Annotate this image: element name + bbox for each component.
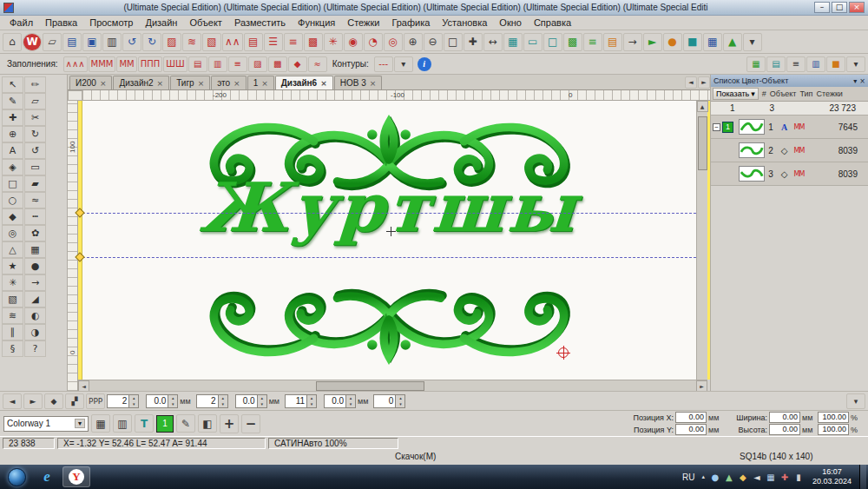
stitch-player-icon[interactable]: ► xyxy=(643,33,662,51)
hoop-icon[interactable]: □ xyxy=(543,33,562,51)
document-tab[interactable]: НОВ 3 × xyxy=(334,76,383,89)
colorway-select[interactable]: Colorway 1 ▾ xyxy=(3,416,89,432)
palette-editor-icon[interactable]: ▦ xyxy=(91,414,110,433)
undo-icon[interactable]: ↺ xyxy=(122,33,141,51)
scale-value[interactable]: 100.00 xyxy=(818,412,849,423)
product-visualizer-icon[interactable]: T xyxy=(135,414,154,433)
menu-item[interactable]: Просмотр xyxy=(83,16,139,30)
toolbar-options-icon[interactable]: ▾ xyxy=(743,33,762,51)
diamond-tool-icon[interactable]: ◆ xyxy=(2,208,23,225)
spinner[interactable]: ▴ ▾ xyxy=(129,394,139,408)
panel-pin-icon[interactable]: ▾ xyxy=(853,77,857,85)
expander-icon[interactable]: − xyxy=(713,123,720,131)
defender-tray-icon[interactable]: ▲ xyxy=(723,472,735,482)
applique-tool-icon[interactable]: ▧ xyxy=(2,291,23,307)
document-tab[interactable]: Дизайн2 × xyxy=(113,76,169,89)
export-icon[interactable]: ▲ xyxy=(723,33,742,51)
menu-item[interactable]: Файл xyxy=(3,16,39,30)
close-button[interactable]: × xyxy=(849,2,865,13)
document-tab[interactable]: Дизайн6 × xyxy=(275,76,333,89)
menu-item[interactable]: Дизайн xyxy=(139,16,183,30)
fill-program-icon[interactable]: ΠΠΠ xyxy=(138,56,163,72)
pan-icon[interactable]: ✚ xyxy=(464,33,483,51)
document-tab[interactable]: И200 × xyxy=(69,76,112,89)
current-color-swatch[interactable]: 1 xyxy=(156,415,174,433)
palette-grid-icon[interactable]: ▦ xyxy=(703,33,722,51)
spinner[interactable]: ▴ ▾ xyxy=(219,394,228,408)
menu-item[interactable]: Функция xyxy=(292,16,341,30)
stitch-pattern-7-icon[interactable]: ≡ xyxy=(284,33,303,51)
slope-tool-icon[interactable]: ◢ xyxy=(24,291,46,307)
stitch-pattern-8-icon[interactable]: ▩ xyxy=(304,33,323,51)
language-indicator[interactable]: RU xyxy=(680,472,697,482)
palette-settings-icon[interactable]: ▥ xyxy=(113,414,132,433)
clock[interactable]: 16:07 20.03.2024 xyxy=(812,467,852,487)
rotate-ccw-tool-icon[interactable]: ↺ xyxy=(24,142,46,159)
size-value[interactable]: 0.00 xyxy=(769,424,800,435)
browser-taskbar-icon[interactable]: e xyxy=(33,466,61,487)
yandex-taskbar-icon[interactable]: Y xyxy=(62,466,90,487)
fill-tatami-icon[interactable]: ΜΜΜ xyxy=(89,56,116,72)
open-design-icon[interactable]: ▤ xyxy=(62,33,82,51)
fan-pattern-icon[interactable]: ◔ xyxy=(364,33,383,51)
object-row[interactable]: 3 ◇ ΜΜ 8039 xyxy=(711,162,868,186)
triangle-tool-icon[interactable]: △ xyxy=(2,241,23,258)
scroll-up-icon[interactable]: ▲ xyxy=(697,101,708,112)
fill-contour-icon[interactable]: ▤ xyxy=(188,56,207,72)
update-tray-icon[interactable]: ◆ xyxy=(737,472,749,482)
remove-color-button[interactable]: − xyxy=(241,414,260,433)
show-button[interactable]: Показать ▾ xyxy=(713,88,759,100)
horizontal-scrollbar[interactable]: ◄ ► xyxy=(78,380,707,391)
wilcom-logo-icon[interactable]: W xyxy=(23,33,42,51)
tab-close-icon[interactable]: × xyxy=(370,79,377,88)
mirror-tool-icon[interactable]: ◐ xyxy=(24,307,46,324)
layout-grid-icon[interactable]: ▦ xyxy=(746,56,766,72)
zoom-in-icon[interactable]: ⊕ xyxy=(404,33,423,51)
reshape-tool-icon[interactable]: ✚ xyxy=(2,109,23,126)
numeric-field[interactable]: 0.0 xyxy=(324,394,346,408)
numeric-field[interactable]: 0.0 xyxy=(235,394,258,408)
ring-tool-icon[interactable]: ◎ xyxy=(2,225,23,241)
print-icon[interactable]: ▥ xyxy=(102,33,122,51)
spiral-pattern-icon[interactable]: ◎ xyxy=(384,33,403,51)
mesh-tool-icon[interactable]: ▦ xyxy=(24,241,46,258)
object-row[interactable]: − 1 1 A ΜΜ 7645 xyxy=(711,116,868,139)
pattern-stamp-icon[interactable]: ▨ xyxy=(248,56,267,72)
fill-satin-icon[interactable]: ∧∧∧ xyxy=(63,56,88,72)
zoom-tool-icon[interactable]: ⊕ xyxy=(2,126,23,142)
info-icon[interactable]: i xyxy=(418,57,431,71)
scroll-right-icon[interactable]: ► xyxy=(696,380,707,392)
rectangle-tool-icon[interactable]: □ xyxy=(2,175,23,192)
color-film-icon[interactable]: ▤ xyxy=(603,33,622,51)
fill-motif-icon[interactable]: ШШ xyxy=(163,56,187,72)
panel-close-icon[interactable]: × xyxy=(859,77,865,85)
document-tab[interactable]: Тигр × xyxy=(170,76,210,89)
menu-item[interactable]: Справка xyxy=(528,16,577,30)
menu-item[interactable]: Стежки xyxy=(341,16,385,30)
numeric-field[interactable]: 2 xyxy=(107,394,129,408)
overlap-icon[interactable]: ▩ xyxy=(563,33,582,51)
network-tray-icon[interactable]: ▦ xyxy=(765,472,777,482)
tab-close-icon[interactable]: × xyxy=(233,79,240,88)
star-fill-icon[interactable]: ◆ xyxy=(288,56,307,72)
stitch-pattern-5-icon[interactable]: ▤ xyxy=(244,33,263,51)
menu-item[interactable]: Окно xyxy=(493,16,528,30)
polygon-select-tool-icon[interactable]: ✎ xyxy=(2,93,23,109)
rotate-cw-tool-icon[interactable]: ↻ xyxy=(24,126,46,142)
ripple-tool-icon[interactable]: ≋ xyxy=(2,307,23,324)
stitch-pattern-6-icon[interactable]: ☰ xyxy=(264,33,283,51)
design-summary-row[interactable]: 1 3 23 723 xyxy=(711,102,868,116)
people-icon[interactable]: ■ xyxy=(826,56,845,72)
numeric-field[interactable]: 0 xyxy=(373,394,396,408)
lettering-tool-icon[interactable]: A xyxy=(2,142,23,159)
guide-line[interactable] xyxy=(82,213,696,214)
outline-tool-icon[interactable]: ▭ xyxy=(24,159,46,175)
sequence-icon[interactable]: ≡ xyxy=(583,33,602,51)
document-tab[interactable]: это × xyxy=(211,76,246,89)
new-design-icon[interactable]: ▱ xyxy=(43,33,62,51)
show-desktop-button[interactable] xyxy=(859,465,866,489)
guide-strip[interactable] xyxy=(78,101,82,380)
design-canvas[interactable]: Журтшы xyxy=(82,101,696,380)
measure-icon[interactable]: ↔ xyxy=(483,33,503,51)
vertical-scrollbar[interactable]: ▲ xyxy=(696,101,707,380)
